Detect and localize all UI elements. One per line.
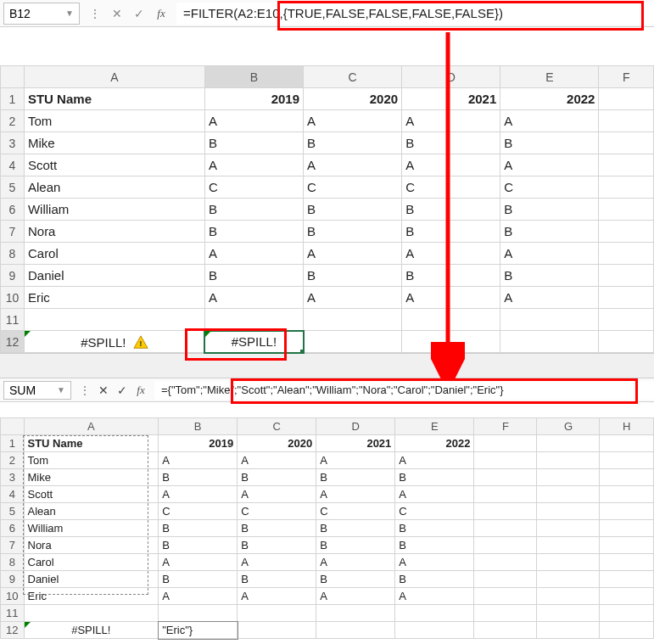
- cell[interactable]: A: [238, 588, 316, 605]
- cell[interactable]: B: [402, 221, 500, 243]
- row-header[interactable]: 10: [1, 588, 25, 605]
- cell[interactable]: A: [500, 154, 599, 176]
- row-header[interactable]: 5: [1, 176, 25, 199]
- row-header[interactable]: 12: [1, 622, 25, 639]
- name-box[interactable]: SUM ▼: [3, 381, 71, 400]
- cell[interactable]: B: [500, 132, 599, 154]
- fx-icon[interactable]: fx: [132, 380, 149, 400]
- cell[interactable]: [600, 622, 654, 639]
- cell[interactable]: B: [500, 199, 599, 221]
- cell[interactable]: Daniel: [24, 571, 159, 588]
- cell[interactable]: C: [304, 176, 402, 199]
- cell[interactable]: [600, 554, 654, 571]
- cell-b12-selected[interactable]: #SPILL!: [204, 331, 303, 353]
- cell[interactable]: B: [395, 537, 474, 554]
- col-header[interactable]: E: [500, 66, 599, 88]
- cell[interactable]: B: [238, 571, 316, 588]
- cell[interactable]: A: [395, 452, 474, 469]
- cell[interactable]: Carol: [24, 554, 159, 571]
- col-header[interactable]: C: [238, 418, 316, 435]
- cell[interactable]: 2021: [402, 88, 500, 110]
- cell[interactable]: A: [304, 287, 402, 309]
- row-header[interactable]: 6: [1, 520, 25, 537]
- cell[interactable]: B: [395, 571, 474, 588]
- cell[interactable]: [537, 588, 600, 605]
- cell[interactable]: 2022: [500, 88, 599, 110]
- cell[interactable]: B: [500, 265, 599, 287]
- select-all-corner[interactable]: [1, 66, 25, 88]
- row-header[interactable]: 4: [1, 154, 25, 176]
- cell[interactable]: A: [500, 243, 599, 265]
- cell[interactable]: [316, 605, 395, 622]
- cell[interactable]: A: [316, 588, 395, 605]
- col-header[interactable]: A: [24, 418, 159, 435]
- cell[interactable]: C: [395, 503, 474, 520]
- cell[interactable]: Tom: [24, 110, 204, 132]
- row-header[interactable]: 3: [1, 132, 25, 154]
- cell[interactable]: B: [159, 520, 238, 537]
- cell[interactable]: B: [204, 221, 303, 243]
- formula-input[interactable]: =FILTER(A2:E10,{TRUE,FALSE,FALSE,FALSE,F…: [176, 3, 654, 25]
- cell[interactable]: A: [238, 452, 316, 469]
- cancel-icon[interactable]: ✕: [107, 3, 127, 24]
- cell[interactable]: 2019: [159, 435, 238, 452]
- cell[interactable]: A: [159, 554, 238, 571]
- cell[interactable]: Scott: [24, 154, 204, 176]
- enter-icon[interactable]: ✓: [129, 3, 149, 24]
- cell[interactable]: B: [304, 265, 402, 287]
- cell[interactable]: A: [159, 588, 238, 605]
- row-header[interactable]: 11: [1, 605, 25, 622]
- cell[interactable]: B: [304, 132, 402, 154]
- cell[interactable]: [537, 452, 600, 469]
- cell[interactable]: A: [402, 243, 500, 265]
- cell[interactable]: [599, 176, 654, 199]
- cell[interactable]: Eric: [24, 287, 204, 309]
- cell[interactable]: [600, 435, 654, 452]
- cell[interactable]: B: [204, 265, 303, 287]
- cell[interactable]: STU Name: [24, 435, 159, 452]
- cell[interactable]: 2022: [395, 435, 474, 452]
- cell[interactable]: [599, 199, 654, 221]
- cell[interactable]: [395, 622, 474, 639]
- cell[interactable]: A: [316, 554, 395, 571]
- cell[interactable]: [500, 309, 599, 331]
- cell[interactable]: A: [316, 452, 395, 469]
- cell[interactable]: 2020: [304, 88, 402, 110]
- cell[interactable]: Daniel: [24, 265, 204, 287]
- cell[interactable]: [474, 435, 537, 452]
- cell[interactable]: A: [204, 243, 303, 265]
- cell[interactable]: [24, 309, 204, 331]
- cell[interactable]: [395, 605, 474, 622]
- cell[interactable]: C: [159, 503, 238, 520]
- cell[interactable]: Nora: [24, 221, 204, 243]
- cell[interactable]: [159, 605, 238, 622]
- cell[interactable]: C: [204, 176, 303, 199]
- cell[interactable]: [537, 469, 600, 486]
- cell[interactable]: [599, 132, 654, 154]
- cell[interactable]: [600, 486, 654, 503]
- spreadsheet-grid[interactable]: A B C D E F G H 1 STU Name 2019 2020 202…: [0, 417, 654, 639]
- col-header[interactable]: B: [204, 66, 303, 88]
- cell[interactable]: 2019: [204, 88, 303, 110]
- cell-a12-spill[interactable]: #SPILL! !: [24, 331, 204, 353]
- cell[interactable]: A: [395, 486, 474, 503]
- cell[interactable]: C: [238, 503, 316, 520]
- cell[interactable]: Tom: [24, 452, 159, 469]
- cell[interactable]: Eric: [24, 588, 159, 605]
- cell[interactable]: A: [395, 554, 474, 571]
- row-header[interactable]: 7: [1, 537, 25, 554]
- cell[interactable]: A: [500, 110, 599, 132]
- cell[interactable]: A: [316, 486, 395, 503]
- cell[interactable]: [402, 309, 500, 331]
- cell[interactable]: [238, 605, 316, 622]
- cell[interactable]: [599, 88, 654, 110]
- cell[interactable]: [537, 503, 600, 520]
- row-header[interactable]: 10: [1, 287, 25, 309]
- warning-icon[interactable]: !: [133, 335, 148, 349]
- row-header[interactable]: 2: [1, 110, 25, 132]
- cell[interactable]: Nora: [24, 537, 159, 554]
- cell[interactable]: A: [395, 588, 474, 605]
- cell[interactable]: B: [159, 537, 238, 554]
- cell[interactable]: A: [238, 554, 316, 571]
- row-header[interactable]: 3: [1, 469, 25, 486]
